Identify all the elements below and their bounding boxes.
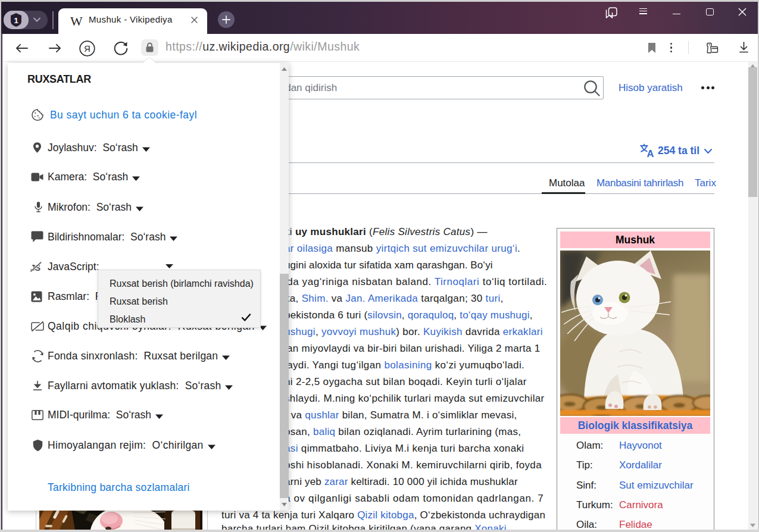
svg-text:1: 1 bbox=[14, 16, 18, 25]
svg-text:Я: Я bbox=[84, 44, 90, 54]
svg-text:A: A bbox=[647, 148, 654, 158]
